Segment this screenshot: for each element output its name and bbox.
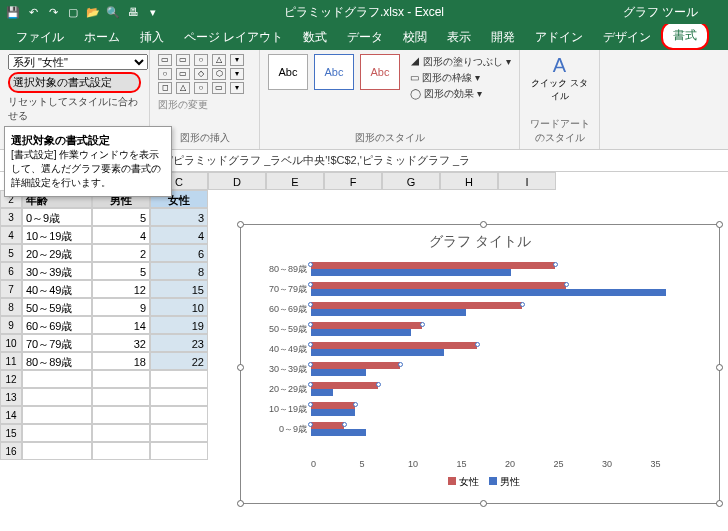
cell[interactable] [92,442,150,460]
column-header[interactable]: G [382,172,440,190]
tab-アドイン[interactable]: アドイン [525,25,593,50]
row-header[interactable]: 5 [0,244,22,262]
undo-icon[interactable]: ↶ [26,5,40,19]
cell[interactable] [150,442,208,460]
cell[interactable] [22,406,92,424]
chart-title[interactable]: グラフ タイトル [241,233,719,251]
tab-デザイン[interactable]: デザイン [593,25,661,50]
cell[interactable]: 5 [92,262,150,280]
cell[interactable]: 10～19歳 [22,226,92,244]
cell[interactable] [150,424,208,442]
cell[interactable] [22,442,92,460]
chart-bar[interactable] [311,329,411,336]
chart-plot-area[interactable]: 80～89歳70～79歳60～69歳50～59歳40～49歳30～39歳20～2… [311,259,699,459]
open-icon[interactable]: 📂 [86,5,100,19]
column-header[interactable]: H [440,172,498,190]
shape-fill-button[interactable]: ◢ 図形の塗りつぶし ▾ [410,54,511,70]
row-header[interactable]: 15 [0,424,22,442]
tab-開発[interactable]: 開発 [481,25,525,50]
chart-bar[interactable] [311,289,666,296]
format-selection-button[interactable]: 選択対象の書式設定 [8,72,141,93]
save-icon[interactable]: 💾 [6,5,20,19]
redo-icon[interactable]: ↷ [46,5,60,19]
cell[interactable]: 0～9歳 [22,208,92,226]
column-header[interactable]: F [324,172,382,190]
chart-bar[interactable] [311,409,355,416]
cell[interactable]: 15 [150,280,208,298]
chart-bar[interactable] [311,422,344,429]
reset-style-button[interactable]: リセットしてスタイルに合わせる [8,95,141,123]
cell[interactable]: 30～39歳 [22,262,92,280]
row-header[interactable]: 8 [0,298,22,316]
row-header[interactable]: 11 [0,352,22,370]
row-header[interactable]: 6 [0,262,22,280]
tab-ファイル[interactable]: ファイル [6,25,74,50]
cell[interactable]: 3 [150,208,208,226]
column-header[interactable]: D [208,172,266,190]
chart-legend[interactable]: 女性 男性 [241,475,719,489]
tab-ホーム[interactable]: ホーム [74,25,130,50]
change-shape-button[interactable]: 図形の変更 [158,98,251,112]
cell[interactable]: 9 [92,298,150,316]
chart-bar[interactable] [311,342,477,349]
row-header[interactable]: 4 [0,226,22,244]
shape-effects-button[interactable]: ◯ 図形の効果 ▾ [410,86,511,102]
shape-style-gallery[interactable]: Abc Abc Abc [268,54,400,102]
formula-bar[interactable]: =SERIES('ピラミッドグラフ _ラベル中央'!$C$2,'ピラミッドグラフ… [121,153,471,168]
more-icon[interactable]: ▾ [146,5,160,19]
cell[interactable]: 18 [92,352,150,370]
cell[interactable]: 22 [150,352,208,370]
column-header[interactable]: I [498,172,556,190]
chart-bar[interactable] [311,369,366,376]
cell[interactable]: 12 [92,280,150,298]
chart-element-selector[interactable]: 系列 "女性" [8,54,148,70]
row-header[interactable]: 9 [0,316,22,334]
tab-校閲[interactable]: 校閲 [393,25,437,50]
shape-style-preset[interactable]: Abc [360,54,400,90]
cell[interactable]: 23 [150,334,208,352]
cell[interactable] [92,406,150,424]
row-header[interactable]: 12 [0,370,22,388]
cell[interactable] [92,388,150,406]
cell[interactable]: 50～59歳 [22,298,92,316]
cell[interactable] [150,388,208,406]
chart-bar[interactable] [311,262,555,269]
chart-bar[interactable] [311,282,566,289]
cell[interactable]: 19 [150,316,208,334]
new-icon[interactable]: ▢ [66,5,80,19]
cell[interactable]: 8 [150,262,208,280]
chart-bar[interactable] [311,382,378,389]
cell[interactable]: 40～49歳 [22,280,92,298]
cell[interactable]: 20～29歳 [22,244,92,262]
tab-書式[interactable]: 書式 [661,21,709,50]
wordart-quick-style-label[interactable]: クイック スタイル [528,77,591,103]
chart-bar[interactable] [311,362,400,369]
chart-bar[interactable] [311,322,422,329]
cell[interactable]: 10 [150,298,208,316]
chart-bar[interactable] [311,269,511,276]
cell[interactable] [92,370,150,388]
shape-gallery[interactable]: ▭▭○△▾ ○▭◇⬡▾ ◻△○▭▾ [158,54,251,94]
shape-style-preset[interactable]: Abc [268,54,308,90]
tab-ページ レイアウト[interactable]: ページ レイアウト [174,25,293,50]
shape-style-preset[interactable]: Abc [314,54,354,90]
row-header[interactable]: 16 [0,442,22,460]
cell[interactable] [150,370,208,388]
row-header[interactable]: 3 [0,208,22,226]
cell[interactable]: 6 [150,244,208,262]
shape-outline-button[interactable]: ▭ 図形の枠線 ▾ [410,70,511,86]
cell[interactable]: 4 [92,226,150,244]
preview-icon[interactable]: 🔍 [106,5,120,19]
cell[interactable]: 2 [92,244,150,262]
tab-数式[interactable]: 数式 [293,25,337,50]
cell[interactable]: 5 [92,208,150,226]
row-header[interactable]: 14 [0,406,22,424]
chart-bar[interactable] [311,309,466,316]
column-header[interactable]: E [266,172,324,190]
cell[interactable] [22,388,92,406]
tab-データ[interactable]: データ [337,25,393,50]
chart-bar[interactable] [311,402,355,409]
chart-bar[interactable] [311,302,522,309]
print-icon[interactable]: 🖶 [126,5,140,19]
row-header[interactable]: 13 [0,388,22,406]
